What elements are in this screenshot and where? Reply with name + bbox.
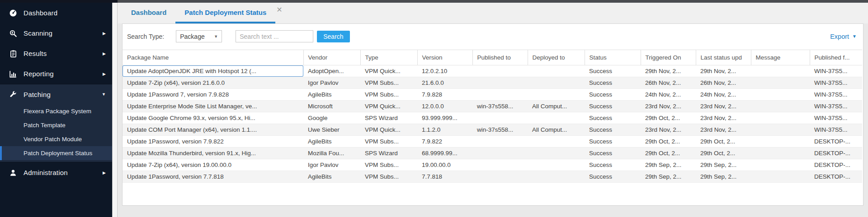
table-cell: VPM Subs... bbox=[360, 136, 417, 148]
table-cell bbox=[528, 112, 585, 124]
sidebar-splitter[interactable] bbox=[112, 3, 118, 217]
table-row[interactable]: Update Google Chrome 93.x, version 95.x,… bbox=[123, 112, 862, 124]
scan-search-icon bbox=[8, 29, 18, 37]
table-cell: 19.00.00.0 bbox=[417, 159, 472, 171]
table-cell: Success bbox=[585, 77, 641, 89]
table-cell: 26th Nov, 2... bbox=[696, 77, 751, 89]
sidebar-item-administration[interactable]: Administration ▶ bbox=[0, 162, 112, 183]
sidebar-item-patch-template[interactable]: Patch Template bbox=[0, 118, 112, 132]
table-cell: 29th Oct, 2... bbox=[696, 148, 751, 159]
table-cell: VPM Quick... bbox=[360, 65, 417, 77]
sidebar-item-patch-deployment-status[interactable]: Patch Deployment Status bbox=[0, 146, 112, 160]
table-cell: WIN-37S5... bbox=[810, 65, 862, 77]
table-row[interactable]: Update 1Password, version 7.9.822AgileBi… bbox=[123, 136, 862, 148]
column-header-last-status-upd[interactable]: Last status upd bbox=[696, 50, 751, 65]
column-header-deployed-to[interactable]: Deployed to bbox=[528, 50, 585, 65]
table-cell: 29th Sep, 2... bbox=[696, 171, 751, 183]
table-cell: Success bbox=[585, 89, 641, 101]
export-button[interactable]: Export ▼ bbox=[830, 33, 859, 40]
search-type-select[interactable]: Package ▼ bbox=[176, 30, 222, 42]
table-cell: 12.0.0.0 bbox=[417, 101, 472, 112]
table-empty-area bbox=[123, 183, 863, 205]
export-label: Export bbox=[830, 33, 849, 40]
table-cell: Success bbox=[585, 65, 641, 77]
table-cell: All Comput... bbox=[528, 124, 585, 136]
table-cell: 29th Oct, 2... bbox=[641, 148, 696, 159]
column-header-status[interactable]: Status bbox=[585, 50, 641, 65]
table-cell: Update 7-Zip (x64), version 21.6.0.0 bbox=[123, 77, 303, 89]
column-header-vendor[interactable]: Vendor bbox=[303, 50, 360, 65]
table-row[interactable]: Update 7-Zip (x64), version 21.6.0.0Igor… bbox=[123, 77, 862, 89]
table-cell bbox=[751, 148, 810, 159]
sidebar-item-scanning[interactable]: Scanning ▶ bbox=[0, 23, 112, 43]
column-header-version[interactable]: Version bbox=[417, 50, 472, 65]
table-cell: 23rd Nov, 2... bbox=[696, 112, 751, 124]
table-cell: Igor Pavlov bbox=[303, 77, 360, 89]
sidebar-item-results[interactable]: Results ▶ bbox=[0, 43, 112, 64]
table-cell: VPM Subs... bbox=[360, 89, 417, 101]
table-cell bbox=[528, 159, 585, 171]
sidebar-item-label: Results bbox=[24, 50, 47, 57]
search-button[interactable]: Search bbox=[317, 31, 349, 42]
sidebar-item-flexera-package-system[interactable]: Flexera Package System bbox=[0, 104, 112, 118]
table-row[interactable]: Update 7-Zip (x64), version 19.00.00.0Ig… bbox=[123, 159, 862, 171]
clipboard-icon bbox=[8, 50, 18, 58]
table-cell: 24th Nov, 2... bbox=[641, 89, 696, 101]
table-cell: Update 1Password 7, version 7.9.828 bbox=[123, 89, 303, 101]
table-cell bbox=[751, 159, 810, 171]
tab-dashboard[interactable]: Dashboard bbox=[122, 3, 175, 23]
sidebar-item-reporting[interactable]: Reporting ▶ bbox=[0, 64, 112, 84]
tab-patch-deployment-status[interactable]: Patch Deployment Status bbox=[175, 3, 275, 23]
table-row[interactable]: Update Mozilla Thunderbird, version 91.x… bbox=[123, 148, 862, 159]
table-row[interactable]: Update COM Port Manager (x64), version 1… bbox=[123, 124, 862, 136]
table-cell: 23rd Nov, 2... bbox=[696, 124, 751, 136]
table-cell: Success bbox=[585, 136, 641, 148]
table-cell bbox=[472, 89, 528, 101]
table-row[interactable]: Update AdoptOpenJDK JRE with Hotspot 12 … bbox=[123, 65, 862, 77]
column-header-published-f[interactable]: Published f... bbox=[810, 50, 862, 65]
sidebar-item-vendor-patch-module[interactable]: Vendor Patch Module bbox=[0, 132, 112, 146]
table-cell: AgileBits bbox=[303, 89, 360, 101]
table-cell: Success bbox=[585, 112, 641, 124]
table-row[interactable]: Update 1Password 7, version 7.9.828Agile… bbox=[123, 89, 862, 101]
chevron-right-icon: ▶ bbox=[103, 171, 106, 175]
table-cell: DESKTOP-... bbox=[810, 171, 862, 183]
table-cell: 23rd Nov, 2... bbox=[696, 101, 751, 112]
table-cell bbox=[751, 77, 810, 89]
table-cell bbox=[472, 148, 528, 159]
sidebar: Dashboard Scanning ▶ Results ▶ Reporting… bbox=[0, 3, 112, 217]
table-cell: Success bbox=[585, 101, 641, 112]
sidebar-subitem-label: Vendor Patch Module bbox=[24, 136, 82, 143]
search-type-label: Search Type: bbox=[127, 33, 164, 40]
search-input[interactable] bbox=[236, 30, 313, 42]
table-cell bbox=[528, 171, 585, 183]
table-cell: VPM Subs... bbox=[360, 171, 417, 183]
table-cell: Update Mozilla Thunderbird, version 91.x… bbox=[123, 148, 303, 159]
table-cell: SPS Wizard bbox=[360, 148, 417, 159]
table-cell: Uwe Sieber bbox=[303, 124, 360, 136]
sidebar-item-patching[interactable]: Patching ▼ bbox=[0, 84, 112, 104]
table-row[interactable]: Update Enterprise Mode Site List Manager… bbox=[123, 101, 862, 112]
table-row[interactable]: Update 1Password, version 7.7.818AgileBi… bbox=[123, 171, 862, 183]
table-cell: 26th Nov, 2... bbox=[641, 77, 696, 89]
sidebar-section-patching: Patching ▼ Flexera Package System Patch … bbox=[0, 84, 112, 162]
table-cell: Microsoft bbox=[303, 101, 360, 112]
table-cell: VPM Subs... bbox=[360, 159, 417, 171]
table-cell bbox=[528, 136, 585, 148]
column-header-triggered-on[interactable]: Triggered On bbox=[641, 50, 696, 65]
column-header-type[interactable]: Type bbox=[360, 50, 417, 65]
table-cell: Update 1Password, version 7.7.818 bbox=[123, 171, 303, 183]
column-header-package-name[interactable]: Package Name bbox=[123, 50, 303, 65]
table-cell: DESKTOP-... bbox=[810, 136, 862, 148]
close-tab-icon[interactable]: ✕ bbox=[276, 6, 282, 14]
table-cell: win-37s558... bbox=[472, 101, 528, 112]
chevron-down-icon: ▼ bbox=[852, 34, 857, 39]
table-cell: Update 1Password, version 7.9.822 bbox=[123, 136, 303, 148]
table-cell: WIN-37S5... bbox=[810, 77, 862, 89]
sidebar-item-dashboard[interactable]: Dashboard bbox=[0, 3, 112, 23]
table-cell bbox=[751, 89, 810, 101]
chevron-right-icon: ▶ bbox=[103, 72, 106, 76]
column-header-published-to[interactable]: Published to bbox=[472, 50, 528, 65]
column-header-message[interactable]: Message bbox=[751, 50, 810, 65]
table-cell: Google bbox=[303, 112, 360, 124]
